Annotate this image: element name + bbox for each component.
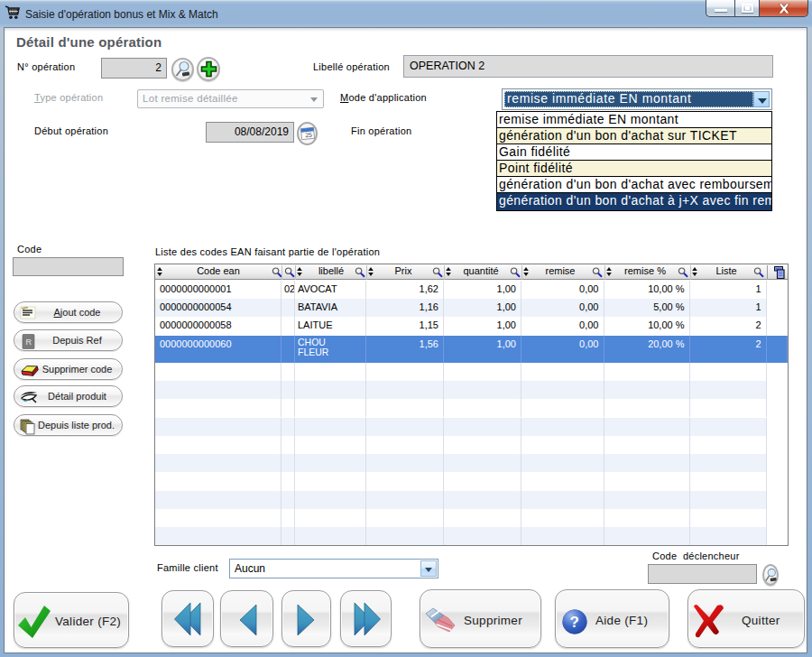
svg-text:R: R (26, 338, 32, 347)
svg-text:25: 25 (305, 131, 313, 138)
svg-text:?: ? (570, 614, 579, 631)
